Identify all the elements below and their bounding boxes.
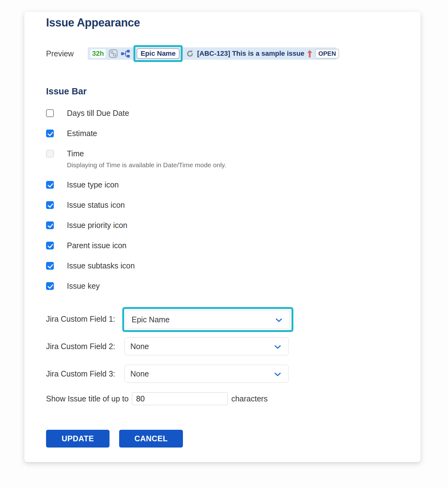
option-row-estimate: Estimate bbox=[46, 129, 97, 138]
title-length-label-before: Show Issue title of up to bbox=[46, 394, 128, 403]
option-row-issue-key: Issue key bbox=[46, 282, 100, 290]
time-option-note: Displaying of Time is available in Date/… bbox=[67, 161, 226, 169]
checkbox-parent-issue-icon[interactable] bbox=[46, 242, 54, 249]
preview-label: Preview bbox=[46, 49, 88, 58]
custom-field-1-value: Epic Name bbox=[132, 315, 170, 324]
option-label: Days till Due Date bbox=[67, 109, 129, 117]
option-row-parent-issue-icon: Parent issue icon bbox=[46, 241, 127, 250]
title-length-label-after: characters bbox=[231, 394, 268, 403]
custom-field-1-label: Jira Custom Field 1: bbox=[46, 315, 115, 324]
custom-field-3-label: Jira Custom Field 3: bbox=[46, 369, 115, 378]
option-label: Issue subtasks icon bbox=[67, 262, 135, 270]
checkbox-issue-key[interactable] bbox=[46, 282, 54, 290]
hierarchy-icon bbox=[121, 49, 130, 58]
epic-name-highlight-annotation: Epic Name bbox=[133, 45, 183, 62]
issue-status-icon bbox=[186, 50, 194, 58]
option-row-days-till-due-date: Days till Due Date bbox=[46, 109, 129, 117]
chevron-down-icon bbox=[274, 342, 281, 351]
chevron-down-icon bbox=[276, 315, 282, 324]
option-label: Issue type icon bbox=[67, 181, 119, 189]
option-row-issue-status-icon: Issue status icon bbox=[46, 201, 125, 209]
issue-preview-bar: 32h Epic Name bbox=[88, 47, 337, 60]
title-length-input[interactable] bbox=[132, 392, 228, 405]
option-label: Parent issue icon bbox=[67, 241, 127, 250]
cancel-button[interactable]: CANCEL bbox=[119, 430, 183, 448]
page-title: Issue Appearance bbox=[46, 16, 140, 29]
custom-field-3-value: None bbox=[130, 369, 149, 378]
option-row-issue-priority-icon: Issue priority icon bbox=[46, 221, 128, 230]
epic-name-chip: Epic Name bbox=[137, 48, 180, 59]
option-label: Issue priority icon bbox=[67, 221, 128, 230]
checkbox-days-till-due-date[interactable] bbox=[46, 109, 54, 117]
checkbox-issue-status-icon[interactable] bbox=[46, 201, 54, 209]
custom-field-2-label: Jira Custom Field 2: bbox=[46, 342, 115, 351]
checkbox-estimate[interactable] bbox=[46, 130, 54, 137]
checkbox-issue-priority-icon[interactable] bbox=[46, 221, 54, 229]
custom-field-2-value: None bbox=[130, 342, 149, 351]
update-button[interactable]: UPDATE bbox=[46, 430, 110, 448]
option-label: Time bbox=[67, 149, 84, 158]
priority-icon bbox=[307, 50, 312, 58]
action-buttons: UPDATE CANCEL bbox=[46, 430, 183, 448]
option-label: Estimate bbox=[67, 129, 97, 138]
custom-field-3-dropdown[interactable]: None bbox=[124, 365, 289, 383]
checkbox-time bbox=[46, 150, 54, 158]
custom-field-2-dropdown[interactable]: None bbox=[124, 337, 289, 355]
custom-field-1-dropdown[interactable]: Epic Name bbox=[126, 310, 290, 329]
subtasks-icon bbox=[109, 49, 118, 58]
option-label: Issue key bbox=[67, 282, 100, 290]
status-badge: OPEN bbox=[315, 49, 339, 59]
issue-appearance-panel: Issue Appearance Preview 32h bbox=[24, 12, 421, 462]
checkbox-issue-subtasks-icon[interactable] bbox=[46, 262, 54, 270]
checkbox-issue-type-icon[interactable] bbox=[46, 181, 54, 189]
custom-field-1-highlight-annotation: Epic Name bbox=[122, 307, 293, 332]
title-length-row: Show Issue title of up to characters bbox=[46, 392, 268, 405]
option-row-issue-subtasks-icon: Issue subtasks icon bbox=[46, 262, 135, 270]
chevron-down-icon bbox=[274, 369, 281, 378]
preview-row: Preview 32h Epic Name bbox=[46, 47, 337, 60]
estimate-badge: 32h bbox=[90, 49, 106, 58]
issue-bar-heading: Issue Bar bbox=[46, 86, 87, 97]
preview-issue-text: [ABC-123] This is a sample issue bbox=[197, 50, 304, 58]
option-row-time: Time bbox=[46, 149, 84, 158]
option-label: Issue status icon bbox=[67, 201, 125, 209]
option-row-issue-type-icon: Issue type icon bbox=[46, 181, 119, 189]
